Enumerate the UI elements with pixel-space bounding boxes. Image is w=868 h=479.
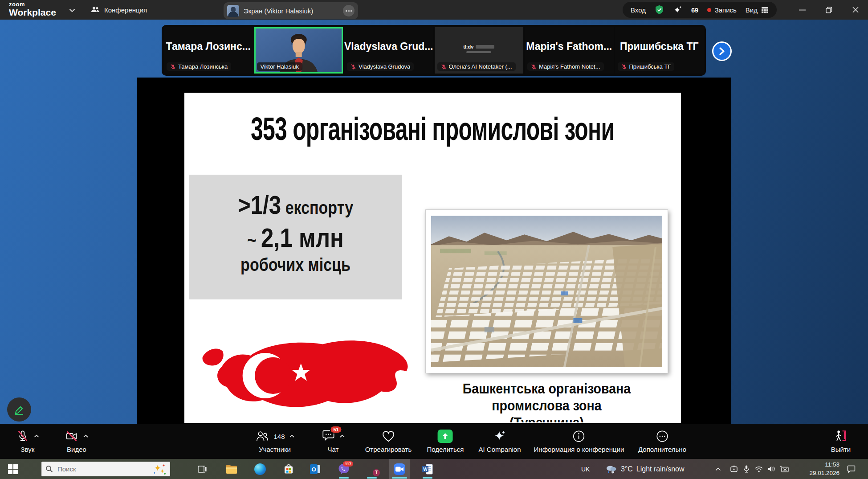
meeting-tab-label: Конференция [104,6,147,14]
chevron-up-icon[interactable] [34,434,39,438]
logo-line2: Workplace [9,8,56,17]
participant-label: Viktor Halasiuk [257,62,302,71]
next-participants-button[interactable] [712,41,732,61]
participant-tile[interactable]: Тамара Лозинс... Тамара Лозинська [164,27,253,74]
zoom-app-button[interactable] [389,459,410,479]
annotate-button[interactable] [7,397,31,422]
meeting-info-button[interactable]: Информация о конференции [534,428,624,453]
record-dot [707,8,711,12]
audio-button[interactable]: Звук [16,428,39,453]
tray-volume-button[interactable] [765,459,778,479]
restore-button[interactable] [819,0,839,20]
participant-label: Vladyslava Grudova [347,62,414,71]
tray-input-button[interactable] [778,459,791,479]
participant-tile[interactable]: Марія's Fathom... Марія's Fathom Notet..… [525,27,614,74]
react-icon [381,430,395,443]
chevron-up-icon[interactable] [289,434,295,438]
info-icon [572,430,586,443]
mic-muted-icon [16,430,29,443]
tray-cast-button[interactable] [728,459,740,479]
task-view-button[interactable] [192,459,213,479]
ai-companion-button[interactable]: AI Companion [478,428,521,453]
next-arrow-icon [719,47,725,55]
shared-screen-region: 353 організовані промислові зони >1/3 ек… [137,78,731,425]
viber-icon: 117 [338,463,350,475]
summary-icon[interactable]: 69 [691,6,698,14]
svg-text:O: O [311,466,316,473]
stat-jobs-label: робочих місць [205,255,386,275]
more-button[interactable]: Дополнительно [638,428,686,453]
turkey-map [196,312,414,423]
word-button[interactable]: W [417,459,438,479]
stat-exports: >1/3 експорту [205,190,386,220]
taskbar-search[interactable] [41,462,170,476]
search-icon [45,465,53,473]
participant-tile-active-speaker[interactable]: Viktor Halasiuk [254,27,343,74]
sparkle-icon[interactable] [673,5,682,15]
view-button[interactable]: Вид [746,6,769,14]
tray-wifi-icon [755,466,763,472]
language-indicator[interactable]: UK [581,459,590,479]
mic-muted-icon [170,64,176,70]
photo-caption: Башкентська організована промислова зона… [425,381,668,422]
microsoft-store-button[interactable] [278,459,299,479]
close-button[interactable] [845,0,866,20]
edge-button[interactable] [250,459,270,479]
outlook-button[interactable]: O [305,459,326,479]
chrome-button[interactable]: T [362,459,382,479]
chevron-up-icon[interactable] [340,434,345,438]
open-app-indicator [392,477,407,479]
task-view-icon [198,465,208,473]
viber-button[interactable]: 117 [334,459,354,479]
participant-tile[interactable]: Vladyslava Grud... Vladyslava Grudova [344,27,433,74]
shield-check-icon[interactable] [655,5,664,15]
clock-date: 29.01.2026 [799,469,839,477]
close-icon [852,7,859,13]
chat-button[interactable]: 51 Чат [322,428,345,453]
chevron-down-icon[interactable] [69,6,75,14]
chevron-up-icon [715,467,721,471]
sign-in-button[interactable]: Вход [631,6,646,14]
chrome-icon: T [366,463,378,475]
start-button[interactable] [3,459,23,479]
titlebar-controls: Вход 69 Запись Вид [623,2,777,18]
tray-wifi-button[interactable] [753,459,765,479]
weather-widget[interactable]: 3°C Light rain/snow [605,459,684,479]
tray-volume-icon [768,466,775,472]
camera-muted-icon [65,430,79,443]
participants-count: 148 [273,433,285,440]
chat-unread-badge: 51 [330,426,342,434]
taskbar-clock[interactable]: 11:53 29.01.2026 [799,460,839,477]
view-grid-icon [761,7,769,13]
minimize-button[interactable] [792,0,812,20]
participant-label: Марія's Fathom Notet... [527,62,604,71]
logo-line1: zoom [9,1,56,7]
chevron-up-icon[interactable] [83,434,89,438]
leave-button[interactable]: Выйти [831,428,851,453]
video-button[interactable]: Видео [65,428,89,453]
share-button[interactable]: Поделиться [427,428,464,453]
tray-mic-button[interactable] [740,459,753,479]
tray-expand-button[interactable] [710,459,725,479]
ellipsis-icon[interactable] [343,5,355,16]
svg-text:W: W [423,467,428,471]
participant-tile[interactable]: Пришибська ТГ Пришибська ТГ [615,27,704,74]
file-explorer-button[interactable] [221,459,242,479]
notification-center-button[interactable] [843,459,859,479]
avatar [227,5,239,17]
tab-meeting[interactable]: Конференция [90,0,147,20]
industrial-zone-photo [425,209,668,373]
search-input[interactable] [57,465,149,473]
mic-muted-icon [531,64,537,70]
recording-indicator[interactable]: Запись [707,6,737,14]
shared-screen-pill[interactable]: Экран (Viktor Halasiuk) [224,2,358,19]
tray-mic-icon [744,465,749,473]
share-icon [438,430,453,443]
react-button[interactable]: Отреагировать [365,428,412,453]
participant-tile[interactable]: tl;dv Олена's AI Notetaker (... [435,27,524,74]
participants-icon [255,430,269,443]
participant-label: Пришибська ТГ [618,62,675,71]
participants-button[interactable]: 148 Участники [255,428,294,453]
windows-taskbar: O 117 T [0,459,868,479]
weather-temp: 3°C [621,465,633,473]
